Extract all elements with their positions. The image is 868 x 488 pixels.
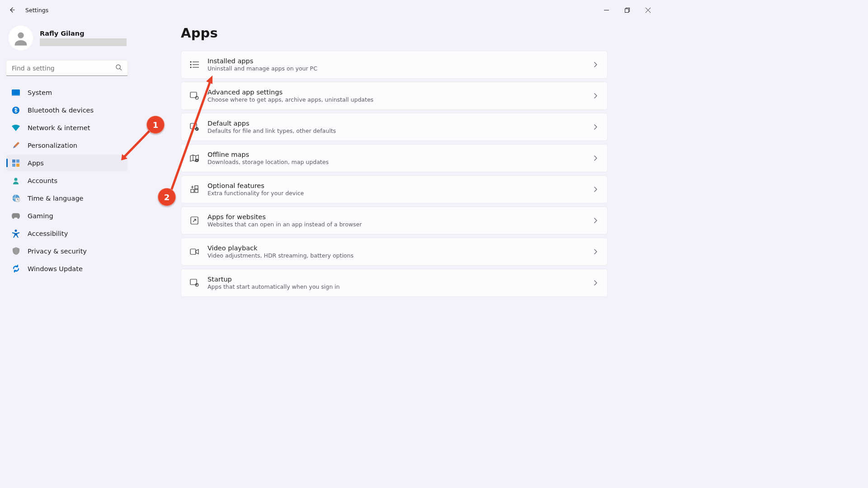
card-subtitle: Apps that start automatically when you s… <box>208 283 594 290</box>
open-external-icon <box>189 216 199 225</box>
card-advanced-app[interactable]: Advanced app settings Choose where to ge… <box>181 82 608 110</box>
sidebar-item-accessibility[interactable]: Accessibility <box>6 225 127 242</box>
nav-list: System Bluetooth & devices Network & int… <box>6 84 127 277</box>
back-button[interactable] <box>7 5 16 14</box>
sidebar-item-accounts[interactable]: Accounts <box>6 172 127 189</box>
card-title: Apps for websites <box>208 213 594 221</box>
chevron-right-icon <box>594 216 597 225</box>
clock-globe-icon <box>12 194 20 202</box>
card-optional-features[interactable]: Optional features Extra functionality fo… <box>181 175 608 203</box>
card-subtitle: Extra functionality for your device <box>208 190 594 197</box>
sidebar-item-label: Gaming <box>28 212 53 220</box>
card-subtitle: Downloads, storage location, map updates <box>208 159 594 165</box>
startup-icon <box>189 278 199 288</box>
card-apps-for-websites[interactable]: Apps for websites Websites that can open… <box>181 206 608 235</box>
sidebar-item-system[interactable]: System <box>6 84 127 101</box>
sidebar-item-bluetooth[interactable]: Bluetooth & devices <box>6 102 127 118</box>
arrow-left-icon <box>8 6 15 14</box>
card-subtitle: Websites that can open in an app instead… <box>208 221 594 228</box>
gamepad-icon <box>12 212 20 220</box>
svg-rect-25 <box>195 186 198 189</box>
sidebar-item-label: Network & internet <box>28 124 90 131</box>
chevron-right-icon <box>594 154 597 163</box>
card-startup[interactable]: Startup Apps that start automatically wh… <box>181 269 608 297</box>
card-title: Default apps <box>208 120 594 127</box>
video-icon <box>189 247 199 257</box>
shield-icon <box>12 247 20 255</box>
card-title: Advanced app settings <box>208 89 594 96</box>
card-text: Video playback Video adjustments, HDR st… <box>208 244 594 259</box>
card-subtitle: Choose where to get apps, archive apps, … <box>208 96 594 103</box>
profile-email-redacted <box>40 38 127 46</box>
paintbrush-icon <box>12 141 20 150</box>
svg-point-11 <box>14 178 18 181</box>
map-icon <box>189 153 199 163</box>
optional-features-icon <box>189 184 199 194</box>
search-box[interactable] <box>6 61 127 76</box>
titlebar: Settings <box>0 0 658 20</box>
sidebar-item-gaming[interactable]: Gaming <box>6 207 127 224</box>
update-icon <box>12 265 20 273</box>
sidebar-item-label: Personalization <box>28 142 77 149</box>
card-title: Optional features <box>208 182 594 189</box>
svg-point-14 <box>15 230 17 232</box>
chevron-right-icon <box>594 61 597 69</box>
card-default-apps[interactable]: Default apps Defaults for file and link … <box>181 113 608 141</box>
close-button[interactable] <box>637 3 658 17</box>
app-gear-icon <box>189 91 199 101</box>
svg-rect-23 <box>191 189 194 192</box>
svg-rect-24 <box>195 189 198 192</box>
accessibility-icon <box>12 230 20 238</box>
default-apps-icon <box>189 122 199 132</box>
system-icon <box>12 89 20 97</box>
card-text: Startup Apps that start automatically wh… <box>208 276 594 290</box>
minimize-icon <box>604 8 609 13</box>
svg-rect-1 <box>625 9 628 12</box>
sidebar: Rafly Gilang System Bluetooth & devices … <box>0 20 136 369</box>
sidebar-item-label: Accessibility <box>28 230 68 237</box>
sidebar-item-privacy[interactable]: Privacy & security <box>6 243 127 259</box>
svg-point-2 <box>18 33 24 38</box>
settings-card-list: Installed apps Uninstall and manage apps… <box>181 51 608 297</box>
minimize-button[interactable] <box>596 3 617 17</box>
chevron-right-icon <box>594 123 597 131</box>
person-icon <box>12 177 20 185</box>
apps-icon <box>12 159 20 167</box>
card-text: Offline maps Downloads, storage location… <box>208 151 594 165</box>
card-subtitle: Video adjustments, HDR streaming, batter… <box>208 252 594 259</box>
svg-rect-5 <box>12 95 20 96</box>
card-subtitle: Defaults for file and link types, other … <box>208 127 594 134</box>
card-text: Optional features Extra functionality fo… <box>208 182 594 197</box>
sidebar-item-network[interactable]: Network & internet <box>6 119 127 136</box>
maximize-button[interactable] <box>617 3 637 17</box>
profile-name: Rafly Gilang <box>40 30 127 37</box>
sidebar-item-time[interactable]: Time & language <box>6 190 127 206</box>
card-title: Offline maps <box>208 151 594 158</box>
chevron-right-icon <box>594 248 597 256</box>
card-text: Advanced app settings Choose where to ge… <box>208 89 594 103</box>
card-subtitle: Uninstall and manage apps on your PC <box>208 65 594 72</box>
chevron-right-icon <box>594 185 597 194</box>
svg-rect-27 <box>190 249 196 254</box>
sidebar-item-label: Accounts <box>28 177 57 184</box>
card-title: Installed apps <box>208 57 594 65</box>
search-input[interactable] <box>6 61 127 76</box>
card-offline-maps[interactable]: Offline maps Downloads, storage location… <box>181 144 608 172</box>
sidebar-item-apps[interactable]: Apps <box>6 155 127 171</box>
profile-text: Rafly Gilang <box>40 30 127 46</box>
card-video-playback[interactable]: Video playback Video adjustments, HDR st… <box>181 238 608 266</box>
card-text: Installed apps Uninstall and manage apps… <box>208 57 594 72</box>
card-installed-apps[interactable]: Installed apps Uninstall and manage apps… <box>181 51 608 79</box>
window-controls <box>596 3 658 17</box>
sidebar-item-personalization[interactable]: Personalization <box>6 137 127 154</box>
page-title: Apps <box>181 25 608 41</box>
sidebar-item-label: Apps <box>28 160 44 167</box>
profile[interactable]: Rafly Gilang <box>6 23 136 55</box>
card-title: Video playback <box>208 244 594 252</box>
sidebar-item-update[interactable]: Windows Update <box>6 260 127 277</box>
wifi-icon <box>12 124 20 132</box>
svg-point-3 <box>116 65 120 69</box>
window-title: Settings <box>25 7 48 14</box>
svg-point-16 <box>190 64 191 65</box>
layout: Rafly Gilang System Bluetooth & devices … <box>0 20 658 369</box>
